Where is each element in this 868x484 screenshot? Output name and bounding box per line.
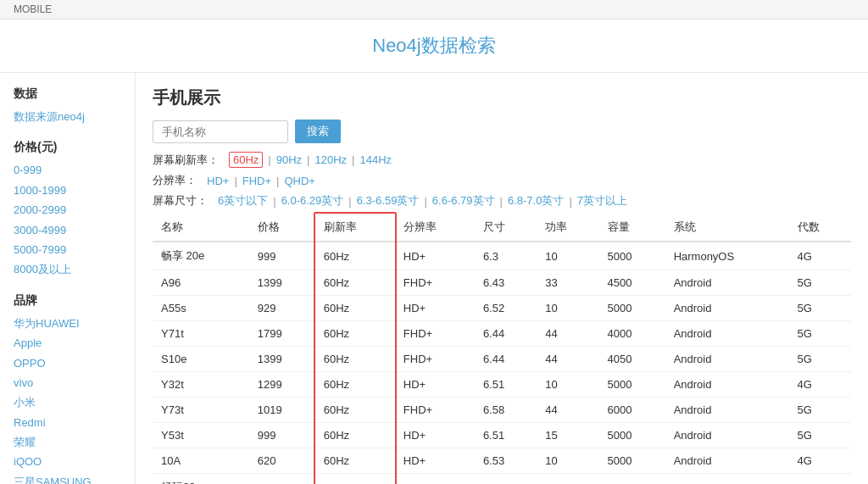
sidebar-item[interactable]: 荣耀 — [14, 432, 121, 452]
sidebar-item[interactable]: 2000-2999 — [14, 200, 121, 220]
table-cell: FHD+ — [395, 398, 475, 423]
filter-separator: | — [276, 175, 279, 187]
table-cell: 5000 — [599, 242, 665, 270]
sidebar-item[interactable]: 8000及以上 — [14, 259, 121, 279]
table-cell: 6.52 — [475, 296, 537, 321]
filter-size-option[interactable]: 6.8-7.0英寸 — [508, 193, 564, 209]
table-cell: 10 — [537, 242, 598, 270]
sidebar-item[interactable]: 数据来源neo4j — [14, 107, 121, 126]
table-cell: HD+ — [395, 448, 475, 474]
table-cell: HD+ — [395, 474, 475, 485]
table-cell: Y32t — [153, 372, 249, 398]
sidebar-item[interactable]: vivo — [14, 373, 121, 392]
filter-separator: | — [500, 195, 503, 208]
table-cell: HD+ — [395, 372, 475, 398]
sidebar-item[interactable]: 5000-7999 — [14, 240, 121, 259]
table-cell: Android — [665, 296, 789, 321]
main-content: 手机展示 搜索 屏幕刷新率：60Hz | 90Hz | 120Hz | 144H… — [136, 73, 868, 484]
table-cell: HD+ — [395, 296, 475, 321]
table-cell: A55s — [153, 296, 249, 321]
sidebar-item[interactable]: 华为HUAWEI — [14, 314, 121, 333]
filter-refresh-option[interactable]: 90Hz — [276, 153, 302, 166]
sidebar-section: 品牌华为HUAWEIAppleOPPOvivo小米Redmi荣耀iQOO三星SA… — [14, 293, 121, 484]
table-cell: 5G — [789, 296, 851, 321]
table-cell: Android — [665, 423, 789, 448]
table-cell: 60Hz — [315, 423, 395, 448]
filter-size-option[interactable]: 6.3-6.59英寸 — [357, 193, 420, 209]
table-cell: 4G — [789, 372, 851, 398]
filter-refresh-option[interactable]: 60Hz — [229, 152, 263, 168]
table-cell: FHD+ — [395, 347, 475, 372]
sidebar-item[interactable]: 0-999 — [14, 160, 121, 180]
table-cell: 6.3 — [475, 242, 537, 270]
table-cell: Y53t — [153, 423, 249, 448]
table-cell: 4050 — [599, 347, 665, 372]
table-cell: 4000 — [599, 321, 665, 347]
table-cell: 60Hz — [315, 242, 395, 270]
table-cell: Android — [665, 270, 789, 296]
filter-size-option[interactable]: 6.6-6.79英寸 — [432, 193, 495, 209]
table-cell: 1399 — [249, 347, 315, 372]
filter-separator: | — [352, 153, 354, 166]
filter-resolution-option[interactable]: FHD+ — [242, 175, 271, 187]
filter-refresh: 屏幕刷新率：60Hz | 90Hz | 120Hz | 144Hz — [153, 152, 851, 168]
table-cell: Y73t — [153, 398, 249, 423]
table-cell: Android — [665, 448, 789, 474]
sidebar-item[interactable]: 1000-1999 — [14, 181, 121, 200]
filter-resolution-option[interactable]: QHD+ — [284, 175, 314, 187]
sidebar-item[interactable]: Apple — [14, 333, 121, 353]
table-cell: A96 — [153, 270, 249, 296]
filter-resolution-label: 分辨率： — [153, 173, 197, 188]
table-cell: Android — [665, 321, 789, 347]
filter-refresh-label: 屏幕刷新率： — [153, 153, 219, 168]
table-cell: 1799 — [249, 321, 315, 347]
table-cell: 60Hz — [315, 296, 395, 321]
sidebar-item[interactable]: 3000-4999 — [14, 220, 121, 240]
table-cell: 60Hz — [315, 372, 395, 398]
table-row: 10A62060HzHD+6.53105000Android4G — [153, 448, 851, 474]
filter-resolution-option[interactable]: HD+ — [207, 175, 229, 187]
sidebar-item[interactable]: 小米 — [14, 392, 121, 412]
table-cell: 10 — [537, 296, 598, 321]
table-cell: FHD+ — [395, 321, 475, 347]
table-cell: 畅享 20e — [153, 242, 249, 270]
table-cell: Y71t — [153, 321, 249, 347]
table-cell: S10e — [153, 347, 249, 372]
sidebar-item[interactable]: iQOO — [14, 452, 121, 471]
table-cell: 5G — [789, 474, 851, 485]
filter-size-option[interactable]: 6.0-6.29英寸 — [281, 193, 344, 209]
table-row: A55s92960HzHD+6.52105000Android5G — [153, 296, 851, 321]
table-header-刷新率: 刷新率 — [315, 214, 395, 242]
sidebar-section: 价格(元)0-9991000-19992000-29993000-4999500… — [14, 140, 121, 279]
search-button[interactable]: 搜索 — [295, 120, 341, 143]
table-cell: FHD+ — [395, 270, 475, 296]
sidebar-item[interactable]: OPPO — [14, 353, 121, 373]
page-header-title: Neo4j数据检索 — [14, 33, 854, 58]
table-cell: 44 — [537, 398, 598, 423]
table-cell: 5000 — [599, 372, 665, 398]
table-cell: 60Hz — [315, 448, 395, 474]
table-cell: 1399 — [249, 270, 315, 296]
table-cell: 5G — [789, 347, 851, 372]
table-row: 畅玩30109960HzHD+6.5105000Android5G — [153, 474, 851, 485]
filter-size-option[interactable]: 6英寸以下 — [218, 193, 268, 209]
table-cell: 5G — [789, 398, 851, 423]
table-cell: 620 — [249, 448, 315, 474]
filter-refresh-option[interactable]: 144Hz — [359, 153, 392, 166]
table-header-代数: 代数 — [789, 214, 851, 242]
table-row: A96139960HzFHD+6.43334500Android5G — [153, 270, 851, 296]
filter-refresh-option[interactable]: 120Hz — [315, 153, 348, 166]
filter-size-option[interactable]: 7英寸以上 — [577, 193, 627, 209]
filter-separator: | — [424, 195, 426, 208]
table-cell: 5000 — [599, 448, 665, 474]
search-input[interactable] — [153, 120, 288, 143]
table-cell: Android — [665, 347, 789, 372]
sidebar-item[interactable]: 三星SAMSUNG — [14, 472, 121, 484]
table-cell: 1019 — [249, 398, 315, 423]
sidebar-item[interactable]: Redmi — [14, 413, 121, 432]
search-bar: 搜索 — [153, 120, 851, 143]
table-header-功率: 功率 — [537, 214, 598, 242]
table-cell: 畅玩30 — [153, 474, 249, 485]
phone-table: 名称价格刷新率分辨率尺寸功率容量系统代数畅享 20e99960HzHD+6.31… — [153, 214, 851, 484]
table-cell: 44 — [537, 321, 598, 347]
